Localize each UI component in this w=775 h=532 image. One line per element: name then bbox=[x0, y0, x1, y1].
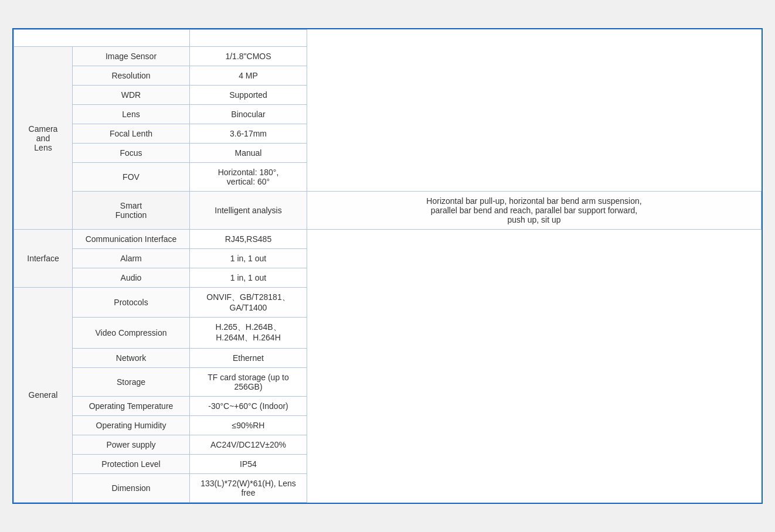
table-row: Camera and LensImage Sensor1/1.8"CMOS bbox=[14, 47, 762, 66]
label-cell: Protocols bbox=[73, 288, 190, 318]
table-row: Video CompressionH.265、H.264B、H.264M、H.2… bbox=[14, 318, 762, 349]
label-cell: Communication Interface bbox=[73, 230, 190, 249]
label-cell: Power supply bbox=[73, 435, 190, 455]
value-cell: -30°C~+60°C (Indoor) bbox=[190, 397, 307, 416]
product-model-header bbox=[14, 30, 190, 47]
value-cell: TF card storage (up to 256GB) bbox=[190, 368, 307, 397]
value-cell: 133(L)*72(W)*61(H), Lens free bbox=[190, 474, 307, 503]
value-cell: ≤90%RH bbox=[190, 416, 307, 435]
label-cell: FOV bbox=[73, 163, 190, 192]
value-cell: H.265、H.264B、H.264M、H.264H bbox=[190, 318, 307, 349]
value-cell: Ethernet bbox=[190, 349, 307, 368]
group-cell: Smart Function bbox=[73, 192, 190, 230]
table-row: FocusManual bbox=[14, 144, 762, 163]
value-cell: Horizontal bar pull-up, horizontal bar b… bbox=[307, 192, 762, 230]
label-cell: Image Sensor bbox=[73, 47, 190, 66]
value-cell: RJ45,RS485 bbox=[190, 230, 307, 249]
label-cell: Alarm bbox=[73, 249, 190, 268]
product-value-header bbox=[190, 30, 307, 47]
value-cell: IP54 bbox=[190, 455, 307, 474]
table-row: NetworkEthernet bbox=[14, 349, 762, 368]
table-row: StorageTF card storage (up to 256GB) bbox=[14, 368, 762, 397]
table-row: Operating Temperature-30°C~+60°C (Indoor… bbox=[14, 397, 762, 416]
label-cell: Audio bbox=[73, 268, 190, 288]
group-cell: Interface bbox=[14, 230, 73, 288]
label-cell: Resolution bbox=[73, 66, 190, 86]
group-cell: General bbox=[14, 288, 73, 503]
label-cell: Storage bbox=[73, 368, 190, 397]
table-row: Operating Humidity≤90%RH bbox=[14, 416, 762, 435]
value-cell: Binocular bbox=[190, 105, 307, 124]
value-cell: Supported bbox=[190, 86, 307, 105]
table-row: Protection LevelIP54 bbox=[14, 455, 762, 474]
value-cell: 4 MP bbox=[190, 66, 307, 86]
label-cell: Focal Lenth bbox=[73, 124, 190, 144]
label-cell: Dimension bbox=[73, 474, 190, 503]
value-cell: 1 in, 1 out bbox=[190, 268, 307, 288]
label-cell: Network bbox=[73, 349, 190, 368]
label-cell: WDR bbox=[73, 86, 190, 105]
group-cell: Camera and Lens bbox=[14, 47, 73, 230]
table-row: FOVHorizontal: 180°, vertical: 60° bbox=[14, 163, 762, 192]
value-cell: Manual bbox=[190, 144, 307, 163]
label-cell: Video Compression bbox=[73, 318, 190, 349]
header-row bbox=[14, 30, 762, 47]
value-cell: Horizontal: 180°, vertical: 60° bbox=[190, 163, 307, 192]
table-row: Dimension133(L)*72(W)*61(H), Lens free bbox=[14, 474, 762, 503]
table-row: LensBinocular bbox=[14, 105, 762, 124]
value-cell: AC24V/DC12V±20% bbox=[190, 435, 307, 455]
label-cell: Lens bbox=[73, 105, 190, 124]
value-cell: 1/1.8"CMOS bbox=[190, 47, 307, 66]
label-cell: Operating Humidity bbox=[73, 416, 190, 435]
spec-table: Camera and LensImage Sensor1/1.8"CMOSRes… bbox=[13, 29, 762, 503]
table-row: GeneralProtocolsONVIF、GB/T28181、GA/T1400 bbox=[14, 288, 762, 318]
label-cell: Focus bbox=[73, 144, 190, 163]
value-cell: 3.6-17mm bbox=[190, 124, 307, 144]
label-cell: Operating Temperature bbox=[73, 397, 190, 416]
table-row: Smart FunctionIntelligent analysisHorizo… bbox=[14, 192, 762, 230]
spec-table-wrapper: Camera and LensImage Sensor1/1.8"CMOSRes… bbox=[12, 28, 763, 504]
label-cell: Protection Level bbox=[73, 455, 190, 474]
table-row: Focal Lenth3.6-17mm bbox=[14, 124, 762, 144]
table-row: Resolution4 MP bbox=[14, 66, 762, 86]
value-cell: 1 in, 1 out bbox=[190, 249, 307, 268]
table-row: InterfaceCommunication InterfaceRJ45,RS4… bbox=[14, 230, 762, 249]
value-cell: ONVIF、GB/T28181、GA/T1400 bbox=[190, 288, 307, 318]
label-cell: Intelligent analysis bbox=[190, 192, 307, 230]
table-row: Power supplyAC24V/DC12V±20% bbox=[14, 435, 762, 455]
table-row: Alarm1 in, 1 out bbox=[14, 249, 762, 268]
table-row: Audio1 in, 1 out bbox=[14, 268, 762, 288]
table-row: WDRSupported bbox=[14, 86, 762, 105]
